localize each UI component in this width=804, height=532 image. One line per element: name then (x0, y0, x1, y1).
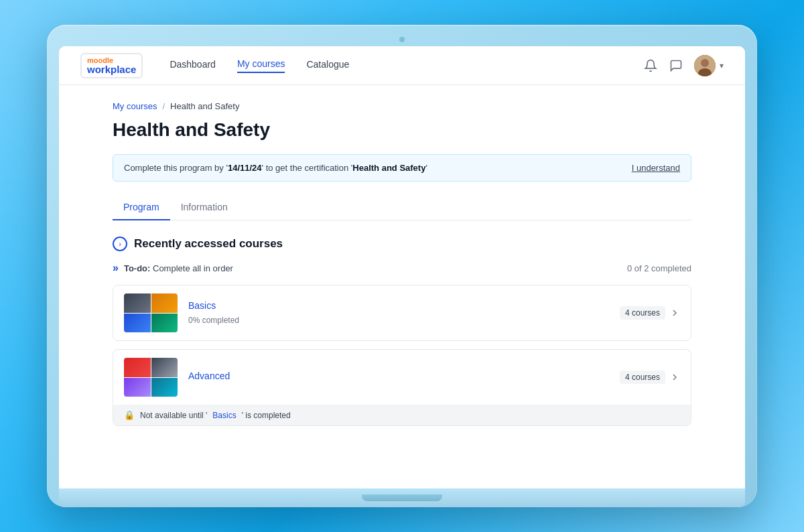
cert-date: 14/11/24 (228, 163, 262, 173)
tab-information[interactable]: Information (170, 195, 239, 220)
laptop-base-notch (362, 494, 442, 501)
laptop-frame: moodle workplace Dashboard My courses Ca… (47, 25, 757, 507)
course-name-advanced[interactable]: Advanced (188, 371, 609, 381)
courses-count-advanced[interactable]: 4 courses (620, 371, 680, 384)
page-title: Health and Safety (113, 119, 691, 141)
course-locked-bar: 🔒 Not available until 'Basics' is comple… (113, 405, 691, 425)
cert-middle: ' to get the certification ' (262, 163, 353, 173)
avatar-chevron-icon: ▾ (720, 61, 724, 70)
nav-catalogue[interactable]: Catalogue (306, 59, 349, 72)
laptop-base (59, 488, 745, 507)
nav-right: ▾ (643, 55, 724, 76)
nav-links: Dashboard My courses Catalogue (170, 58, 643, 73)
course-card-main-basics: Basics 0% completed 4 courses (113, 285, 691, 340)
todo-row: » To-do: Complete all in order 0 of 2 co… (113, 262, 691, 274)
logo-moodle-text: moodle (87, 57, 136, 64)
avatar (694, 55, 716, 76)
user-avatar-menu[interactable]: ▾ (694, 55, 724, 76)
cert-suffix: ' (425, 163, 427, 173)
nav-dashboard[interactable]: Dashboard (170, 59, 216, 72)
tabs: Program Information (113, 195, 691, 220)
thumb-cell-2 (151, 293, 178, 313)
course-card-main-advanced: Advanced 4 courses (113, 350, 691, 405)
cert-prefix: Complete this program by ' (124, 163, 228, 173)
breadcrumb-separator: / (162, 101, 165, 111)
logo: moodle workplace (80, 53, 143, 78)
screen-content: moodle workplace Dashboard My courses Ca… (59, 46, 745, 488)
breadcrumb-parent[interactable]: My courses (113, 101, 157, 111)
logo-workplace-text: workplace (87, 64, 136, 74)
todo-progress: 0 of 2 completed (627, 263, 691, 273)
svg-point-1 (701, 59, 709, 67)
course-thumbnail-advanced (124, 358, 178, 397)
courses-count-basics[interactable]: 4 courses (620, 306, 680, 320)
lock-message-suffix: ' is completed (242, 411, 291, 420)
count-badge-advanced: 4 courses (620, 371, 665, 384)
course-name-basics[interactable]: Basics (188, 300, 609, 311)
thumb-cell-a2 (151, 358, 178, 377)
understand-button[interactable]: I understand (632, 163, 680, 173)
thumb-cell-3 (124, 314, 151, 333)
cert-name: Health and Safety (352, 163, 425, 173)
recently-accessed-title: Recently accessed courses (134, 237, 283, 251)
course-card-basics: Basics 0% completed 4 courses (113, 285, 691, 341)
main-content: My courses / Health and Safety Health an… (59, 85, 745, 488)
thumb-cell-1 (124, 293, 151, 313)
laptop-screen: moodle workplace Dashboard My courses Ca… (59, 46, 745, 488)
todo-left: » To-do: Complete all in order (113, 262, 233, 274)
recently-accessed-header: › Recently accessed courses (113, 237, 691, 251)
lock-prerequisite-link[interactable]: Basics (212, 411, 236, 420)
course-card-advanced: Advanced 4 courses 🔒 Not available until… (113, 349, 691, 426)
todo-description: Complete all in order (153, 263, 233, 273)
expand-icon[interactable]: › (113, 237, 127, 251)
count-badge-basics: 4 courses (620, 306, 665, 320)
lock-icon: 🔒 (124, 410, 135, 420)
bell-icon[interactable] (643, 58, 658, 73)
todo-label: To-do: Complete all in order (124, 263, 233, 273)
laptop-camera (399, 37, 405, 42)
todo-chevron-icon: » (113, 262, 119, 274)
course-info-advanced: Advanced (188, 371, 609, 384)
nav-bar: moodle workplace Dashboard My courses Ca… (59, 46, 745, 85)
thumb-cell-4 (151, 314, 178, 333)
cert-text: Complete this program by '14/11/24' to g… (124, 163, 427, 173)
course-progress-basics: 0% completed (188, 316, 239, 325)
chat-icon[interactable] (669, 58, 683, 73)
thumb-cell-a1 (124, 358, 151, 377)
lock-message-prefix: Not available until ' (140, 411, 207, 420)
thumb-cell-a4 (151, 378, 178, 397)
certification-banner: Complete this program by '14/11/24' to g… (113, 154, 691, 182)
todo-strong: To-do: (124, 263, 150, 273)
thumb-cell-a3 (124, 378, 151, 397)
breadcrumb: My courses / Health and Safety (113, 101, 691, 111)
course-info-basics: Basics 0% completed (188, 300, 609, 326)
nav-my-courses[interactable]: My courses (237, 58, 285, 73)
breadcrumb-current: Health and Safety (170, 101, 239, 111)
tab-program[interactable]: Program (113, 195, 170, 220)
course-thumbnail-basics (124, 293, 178, 332)
